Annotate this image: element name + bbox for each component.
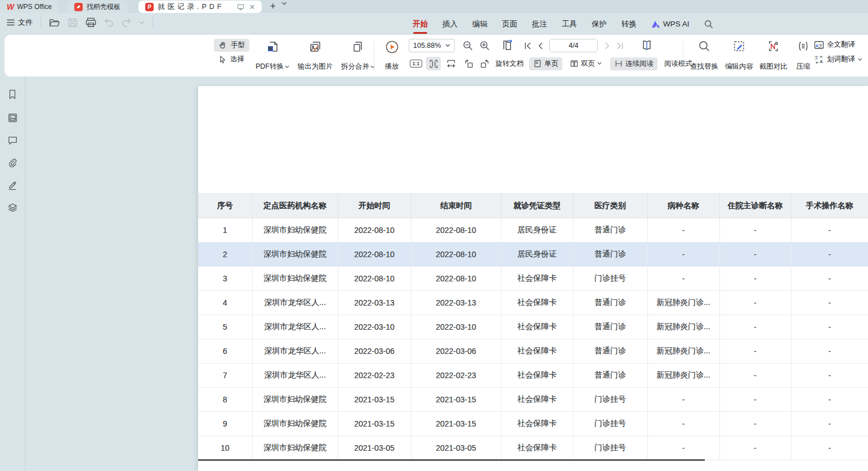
full-translate-icon: A文 [814, 41, 824, 50]
table-cell: - [791, 291, 868, 315]
menu-tab-转换[interactable]: 转换 [621, 19, 637, 29]
redo-icon[interactable] [122, 18, 131, 27]
print-icon[interactable] [86, 17, 96, 28]
table-cell: 8 [198, 388, 252, 412]
tab-list-chevron-icon[interactable] [281, 2, 287, 6]
table-cell: 2021-03-15 [411, 388, 501, 412]
signature-pen-icon[interactable] [7, 180, 17, 190]
open-file-icon[interactable] [49, 18, 60, 28]
page-number-input[interactable]: 4/4 [549, 39, 598, 52]
double-page-button[interactable]: 双页 [566, 57, 606, 70]
bookmark-icon[interactable] [7, 89, 17, 100]
find-replace-button[interactable]: 查找替换 [687, 39, 722, 73]
table-cell: 2021-03-15 [338, 388, 411, 412]
undo-icon[interactable] [104, 18, 114, 27]
read-mode-button[interactable] [638, 39, 655, 52]
rotate-left-button[interactable] [462, 57, 476, 70]
menu-tab-wps-ai[interactable]: WPS AI [651, 20, 690, 28]
table-cell: 门诊挂号 [573, 267, 647, 291]
single-page-button[interactable]: 单页 [529, 57, 562, 70]
table-cell: 深圳市妇幼保健院 [252, 218, 338, 243]
rotate-doc-label[interactable]: 旋转文档 [495, 59, 524, 69]
zoom-out-button[interactable] [460, 39, 475, 52]
edit-content-icon [733, 40, 745, 52]
tab-document-pdf[interactable]: P 就医记录.PDF ✕ [138, 1, 262, 13]
header-cell: 结束时间 [411, 194, 501, 218]
tab-docer-templates[interactable]: 找稻壳模板 [68, 1, 127, 13]
edit-content-button[interactable]: 编辑内容 [722, 39, 757, 73]
table-cell: 2022-08-10 [338, 218, 411, 243]
prev-page-button[interactable] [534, 39, 546, 52]
table-cell: - [791, 436, 868, 460]
fit-page-button[interactable] [426, 57, 441, 70]
device-icon[interactable] [236, 3, 245, 11]
pdf-page[interactable]: 序号定点医药机构名称开始时间结束时间就诊凭证类型医疗类别病种名称住院主诊断名称手… [198, 86, 868, 471]
table-cell: 深圳市妇幼保健院 [252, 388, 338, 412]
page-convert-button[interactable] [500, 39, 514, 52]
svg-text:A: A [820, 59, 823, 64]
play-button[interactable]: 播放 [377, 39, 406, 73]
table-row: 5深圳市龙华区人...2022-03-102022-03-10社会保障卡普通门诊… [198, 315, 868, 339]
menu-tab-批注[interactable]: 批注 [532, 19, 547, 29]
split-merge-button[interactable]: 拆分合并 [337, 39, 379, 73]
zoom-level-select[interactable]: 105.88% [409, 39, 455, 52]
table-row: 6深圳市龙华区人...2022-03-062022-03-06社会保障卡普通门诊… [198, 339, 868, 364]
table-cell: - [791, 364, 868, 388]
word-translate-button[interactable]: 文A 划词翻译 [814, 55, 862, 64]
table-cell: - [719, 339, 791, 364]
table-cell: 社会保障卡 [501, 364, 573, 388]
full-translate-button[interactable]: A文 全文翻译 [814, 40, 862, 50]
menu-tab-编辑[interactable]: 编辑 [472, 19, 487, 29]
save-icon[interactable] [68, 18, 78, 28]
toolbar-divider [374, 41, 374, 70]
table-row: 1深圳市妇幼保健院2022-08-102022-08-10居民身份证普通门诊--… [198, 218, 868, 243]
comment-icon[interactable] [7, 136, 18, 145]
ribbon-search-icon[interactable] [704, 20, 713, 29]
file-menu-button[interactable]: 文件 [7, 17, 33, 28]
table-cell: 社会保障卡 [501, 412, 573, 436]
last-page-button[interactable] [614, 39, 626, 52]
table-cell: 深圳市龙华区人... [252, 315, 338, 339]
fit-width-icon [446, 59, 457, 69]
close-tab-icon[interactable]: ✕ [249, 3, 256, 11]
svg-text:文: 文 [815, 55, 818, 60]
new-tab-button[interactable]: + [270, 1, 276, 12]
thumbnail-icon[interactable] [7, 113, 18, 123]
rotate-right-button[interactable] [477, 57, 492, 70]
hand-tool-button[interactable]: 手型 [214, 39, 249, 52]
tab-wps-office[interactable]: W WPS Office [0, 1, 59, 13]
table-cell: 2022-03-13 [338, 291, 411, 315]
menu-tab-开始[interactable]: 开始 [413, 19, 428, 29]
menu-tab-插入[interactable]: 插入 [442, 19, 458, 29]
header-cell: 序号 [198, 194, 252, 218]
compress-button[interactable]: 压缩 [790, 39, 816, 73]
menu-tab-保护[interactable]: 保护 [592, 19, 607, 29]
table-cell: 7 [198, 364, 252, 388]
first-page-button[interactable] [521, 39, 534, 52]
table-row: 9深圳市妇幼保健院2021-03-152021-03-15社会保障卡门诊挂号--… [198, 412, 868, 436]
actual-size-button[interactable]: 1:1 [409, 57, 423, 70]
screenshot-compare-button[interactable]: 截图对比 [757, 39, 790, 73]
medical-records-table: 序号定点医药机构名称开始时间结束时间就诊凭证类型医疗类别病种名称住院主诊断名称手… [198, 193, 868, 460]
fit-width-button[interactable] [444, 57, 458, 70]
menu-tab-页面[interactable]: 页面 [502, 19, 517, 29]
continuous-read-button[interactable]: 连续阅读 [610, 57, 657, 70]
table-cell: 2022-08-10 [338, 243, 411, 267]
table-cell: 门诊挂号 [573, 412, 647, 436]
table-cell: 居民身份证 [501, 243, 573, 267]
table-cell: - [647, 218, 719, 243]
next-page-button[interactable] [601, 39, 614, 52]
table-cell: 居民身份证 [501, 218, 573, 243]
export-as-image-button[interactable]: 输出为图片 [294, 39, 337, 73]
qat-chevron-down-icon[interactable] [139, 21, 145, 25]
layers-icon[interactable] [7, 203, 18, 213]
select-tool-button[interactable]: 选择 [214, 53, 249, 66]
compress-icon [797, 40, 809, 52]
menu-tab-工具[interactable]: 工具 [562, 19, 577, 29]
pdf-convert-button[interactable]: W PDF转换 [251, 39, 294, 73]
table-cell: 2022-03-13 [411, 291, 501, 315]
table-bottom-border [198, 459, 705, 461]
zoom-in-button[interactable] [477, 39, 492, 52]
table-cell: - [719, 436, 791, 460]
attachment-icon[interactable] [7, 158, 17, 168]
